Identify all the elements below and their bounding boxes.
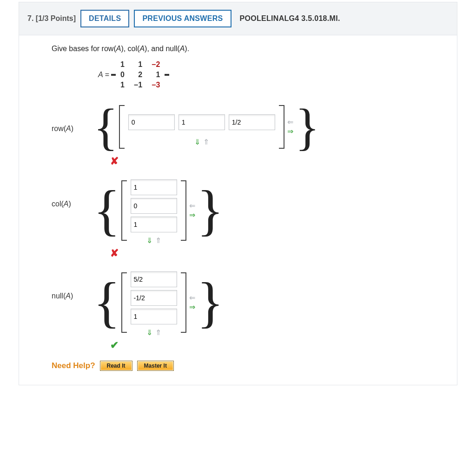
nullA-input-3[interactable] (131, 309, 177, 324)
arrow-right-icon[interactable]: ⇒ (189, 211, 195, 219)
col-A-section: col(A) { ⇓ ⇑ (52, 177, 448, 259)
matrix-A: A = 1 1 −2 0 2 1 1 −1 −3 (98, 59, 448, 90)
arrow-up-icon[interactable]: ⇑ (155, 329, 161, 337)
matrix-label: A = (98, 71, 109, 79)
colA-input-2[interactable] (131, 198, 177, 214)
arrow-up-icon[interactable]: ⇑ (155, 237, 161, 244)
colA-input-3[interactable] (131, 217, 177, 232)
arrow-down-icon[interactable]: ⇓ (194, 139, 200, 146)
details-button[interactable]: DETAILS (80, 10, 129, 27)
arrow-left-icon[interactable]: ⇐ (287, 119, 293, 126)
read-it-button[interactable]: Read It (100, 361, 132, 371)
col-A-label: col(A) (52, 177, 93, 208)
rowA-input-2[interactable] (178, 114, 225, 130)
need-help-label: Need Help? (52, 361, 95, 370)
row-A-section: row(A) { ⇓ ⇑ (52, 101, 448, 167)
prompt-text: Give bases for row(A), col(A), and null(… (52, 45, 448, 53)
arrow-down-icon[interactable]: ⇓ (146, 237, 152, 244)
rowA-input-3[interactable] (229, 114, 275, 130)
wrong-icon: ✘ (110, 155, 119, 167)
rowA-input-1[interactable] (128, 114, 175, 130)
question-body: Give bases for row(A), col(A), and null(… (19, 35, 457, 385)
null-A-label: null(A) (52, 269, 93, 300)
master-it-button[interactable]: Master It (137, 361, 174, 371)
question-source: POOLELINALG4 3.5.018.MI. (240, 14, 340, 23)
arrow-left-icon[interactable]: ⇐ (189, 202, 195, 210)
wrong-icon: ✘ (110, 247, 119, 259)
check-icon: ✔ (110, 339, 119, 351)
arrow-right-icon[interactable]: ⇒ (189, 304, 195, 311)
row-A-label: row(A) (52, 101, 93, 133)
previous-answers-button[interactable]: PREVIOUS ANSWERS (134, 10, 231, 27)
arrow-right-icon[interactable]: ⇒ (287, 128, 293, 135)
nullA-input-2[interactable] (131, 290, 177, 306)
need-help-row: Need Help? Read It Master It (52, 361, 448, 371)
question-card: 7. [1/3 Points] DETAILS PREVIOUS ANSWERS… (19, 2, 457, 385)
nullA-input-1[interactable] (131, 271, 177, 287)
arrow-left-icon[interactable]: ⇐ (189, 294, 195, 302)
colA-input-1[interactable] (131, 179, 177, 195)
arrow-down-icon[interactable]: ⇓ (146, 329, 152, 337)
arrow-up-icon[interactable]: ⇑ (203, 139, 209, 146)
question-number: 7. [1/3 Points] (27, 14, 76, 23)
null-A-section: null(A) { ⇓ ⇑ (52, 269, 448, 351)
question-header: 7. [1/3 Points] DETAILS PREVIOUS ANSWERS… (19, 2, 457, 35)
